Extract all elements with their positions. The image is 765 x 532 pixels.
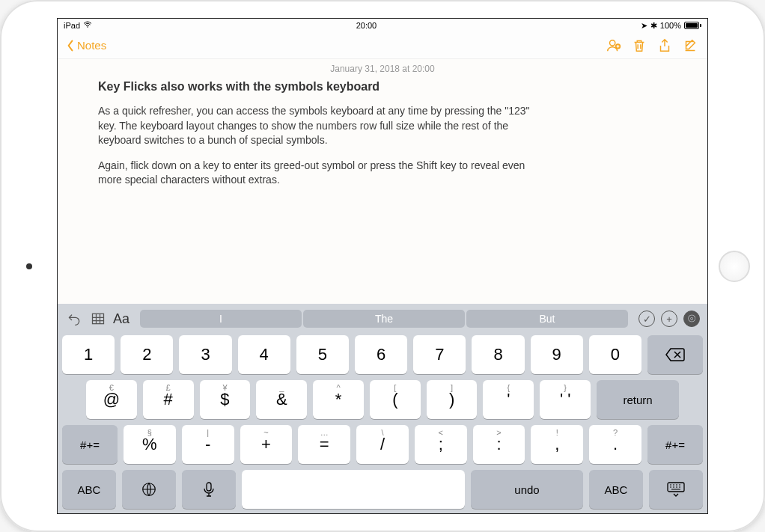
keyboard-dismiss-icon <box>666 481 686 498</box>
wifi-icon <box>83 21 92 30</box>
key-dollar[interactable]: ¥$ <box>200 380 251 419</box>
share-button[interactable] <box>656 37 673 54</box>
key-colon[interactable]: >: <box>473 425 525 464</box>
key-row-1: 1 2 3 4 5 6 7 8 9 0 <box>62 335 703 374</box>
location-icon: ➤ <box>641 21 647 31</box>
dictation-key[interactable] <box>182 470 236 509</box>
key-row-3: #+= §% |- ~+ …= \/ <; >: !, ?. #+= <box>62 425 703 464</box>
suggestion-item[interactable]: But <box>466 310 628 328</box>
key-amp[interactable]: _& <box>256 380 307 419</box>
carrier-label: iPad <box>64 21 80 30</box>
nav-toolbar: Notes <box>58 32 707 59</box>
battery-icon <box>684 22 701 29</box>
key-comma[interactable]: !, <box>531 425 583 464</box>
suggestion-item[interactable]: I <box>140 310 302 328</box>
key-3[interactable]: 3 <box>179 335 231 374</box>
note-date: January 31, 2018 at 20:00 <box>98 64 667 74</box>
key-period[interactable]: ?. <box>589 425 641 464</box>
globe-icon <box>141 481 157 498</box>
key-slash[interactable]: \/ <box>356 425 409 464</box>
key-apostrophe[interactable]: {' <box>483 380 534 419</box>
shift-key-right[interactable]: #+= <box>647 425 703 464</box>
markup-icon[interactable]: ⦾ <box>683 311 700 327</box>
undo-arrow-icon[interactable] <box>65 310 83 328</box>
backspace-icon <box>665 347 686 362</box>
key-semicolon[interactable]: <; <box>415 425 467 464</box>
dismiss-keyboard-key[interactable] <box>649 470 703 509</box>
backspace-key[interactable] <box>647 335 703 374</box>
key-0[interactable]: 0 <box>589 335 641 374</box>
camera-dot <box>26 263 32 269</box>
key-minus[interactable]: |- <box>182 425 234 464</box>
table-icon[interactable] <box>89 310 107 328</box>
key-4[interactable]: 4 <box>238 335 290 374</box>
return-key[interactable]: return <box>597 380 679 419</box>
compose-button[interactable] <box>682 37 698 54</box>
key-1[interactable]: 1 <box>62 335 115 374</box>
abc-key-right[interactable]: ABC <box>589 470 643 509</box>
svg-rect-5 <box>207 483 211 491</box>
clock: 20:00 <box>356 21 377 30</box>
battery-pct: 100% <box>660 21 681 30</box>
back-label: Notes <box>77 39 106 52</box>
undo-key[interactable]: undo <box>471 470 583 509</box>
note-paragraph: As a quick refresher, you can access the… <box>98 104 540 148</box>
trash-button[interactable] <box>631 37 647 54</box>
key-row-4: ABC undo ABC <box>62 470 703 509</box>
key-7[interactable]: 7 <box>413 335 466 374</box>
text-format-button[interactable]: Aa <box>113 311 129 327</box>
note-body[interactable]: January 31, 2018 at 20:00 Key Flicks als… <box>58 59 707 304</box>
key-5[interactable]: 5 <box>296 335 349 374</box>
bluetooth-icon: ✱ <box>650 21 657 31</box>
key-8[interactable]: 8 <box>472 335 524 374</box>
key-rparen[interactable]: ]) <box>427 380 478 419</box>
key-hash[interactable]: £# <box>143 380 194 419</box>
svg-point-1 <box>610 40 615 45</box>
globe-key[interactable] <box>122 470 176 509</box>
add-person-button[interactable] <box>606 37 622 54</box>
shift-key-left[interactable]: #+= <box>62 425 118 464</box>
key-9[interactable]: 9 <box>531 335 583 374</box>
suggestion-bar: I The But <box>140 310 628 328</box>
home-button[interactable] <box>719 251 750 282</box>
ipad-frame: iPad 20:00 ➤ ✱ 100% Notes J <box>0 0 765 532</box>
key-star[interactable]: ^* <box>313 380 364 419</box>
screen: iPad 20:00 ➤ ✱ 100% Notes J <box>57 18 708 514</box>
key-plus[interactable]: ~+ <box>240 425 293 464</box>
svg-rect-3 <box>93 314 104 323</box>
note-title: Key Flicks also works with the symbols k… <box>98 80 667 94</box>
chevron-left-icon <box>67 40 74 52</box>
key-equals[interactable]: …= <box>298 425 350 464</box>
microphone-icon <box>202 481 216 498</box>
key-lparen[interactable]: [( <box>370 380 421 419</box>
key-row-2: €@ £# ¥$ _& ^* [( ]) {' }' ' return <box>62 380 703 419</box>
key-at[interactable]: €@ <box>86 380 137 419</box>
plus-circle-icon[interactable]: + <box>661 311 677 327</box>
key-percent[interactable]: §% <box>124 425 176 464</box>
key-6[interactable]: 6 <box>355 335 407 374</box>
space-key[interactable] <box>242 470 465 509</box>
svg-point-0 <box>87 26 88 28</box>
check-circle-icon[interactable]: ✓ <box>638 311 655 327</box>
keyboard: Aa I The But ✓ + ⦾ 1 2 3 4 5 6 7 8 9 <box>58 304 707 513</box>
key-quote[interactable]: }' ' <box>540 380 591 419</box>
status-bar: iPad 20:00 ➤ ✱ 100% <box>58 19 707 32</box>
back-button[interactable]: Notes <box>67 39 106 52</box>
suggestion-item[interactable]: The <box>303 310 465 328</box>
keyboard-toolbar: Aa I The But ✓ + ⦾ <box>62 308 703 329</box>
abc-key-left[interactable]: ABC <box>62 470 116 509</box>
key-2[interactable]: 2 <box>121 335 173 374</box>
note-paragraph: Again, flick down on a key to enter its … <box>98 159 540 188</box>
